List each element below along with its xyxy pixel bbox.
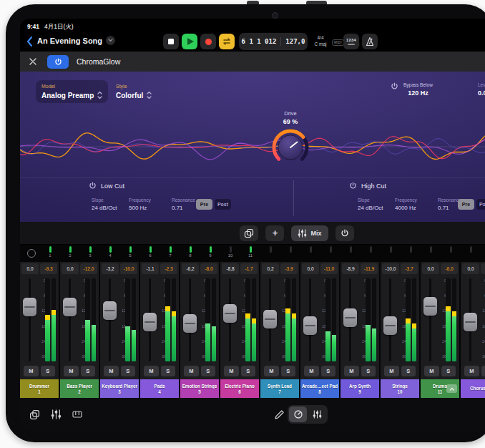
faders-view-button[interactable] <box>308 406 326 422</box>
track-name-tab[interactable]: Arcade…eet Pad8 <box>300 379 339 398</box>
overview-track-slot[interactable]: 9 <box>200 245 220 262</box>
overview-track-slot[interactable]: 1 <box>40 245 60 262</box>
channel-gain-value[interactable]: 0,2 <box>262 263 279 274</box>
song-dropdown-button[interactable] <box>106 36 115 45</box>
overview-track-slot[interactable] <box>441 245 461 262</box>
duplicate-button[interactable] <box>240 225 258 241</box>
solo-button[interactable]: S <box>361 366 376 376</box>
mixer-view-button[interactable] <box>49 407 63 422</box>
mute-button[interactable]: M <box>144 366 159 376</box>
fader-handle[interactable] <box>263 310 277 328</box>
overview-track-slot[interactable]: 4 <box>100 245 120 262</box>
metronome-button[interactable] <box>362 34 378 49</box>
channel-peak-value[interactable]: -3,9 <box>280 263 298 274</box>
channel-gain-value[interactable]: 0,0 <box>62 263 79 274</box>
overview-track-slot[interactable]: 5 <box>120 245 140 262</box>
low-cut-post-button[interactable]: Post <box>215 199 231 210</box>
mute-button[interactable]: M <box>24 366 39 376</box>
overview-track-slot[interactable]: 8 <box>180 245 200 262</box>
mute-button[interactable]: M <box>184 366 199 376</box>
track-name-tab[interactable]: Electric Piano6 <box>220 379 259 398</box>
fader-handle[interactable] <box>383 316 397 335</box>
channel-gain-value[interactable]: -3,2 <box>102 263 119 274</box>
track-overview-row[interactable]: 1234567891011 <box>20 245 485 263</box>
fader-handle[interactable] <box>423 297 437 316</box>
solo-button[interactable]: S <box>121 366 136 376</box>
overview-track-slot[interactable] <box>381 245 401 262</box>
solo-button[interactable]: S <box>241 366 256 376</box>
channel-peak-value[interactable]: -8,0 <box>200 263 217 274</box>
overview-track-slot[interactable]: 2 <box>60 245 80 262</box>
channel-peak-value[interactable]: -1,7 <box>240 263 258 274</box>
mix-button[interactable]: Mix <box>291 225 328 241</box>
fader-handle[interactable] <box>183 314 197 333</box>
track-name-tab[interactable]: Bass Player2 <box>60 379 99 398</box>
lcd-display[interactable]: 6 1 1 012 127,0 <box>239 33 308 50</box>
overview-track-slot[interactable] <box>401 245 421 262</box>
channel-gain-value[interactable]: 0,0 <box>302 263 319 274</box>
channel-gain-value[interactable]: 0,0 <box>422 263 439 274</box>
drive-knob[interactable] <box>270 127 310 167</box>
bypass-below-control[interactable]: Bypass Below 120 Hz <box>391 82 433 97</box>
close-plugin-button[interactable] <box>29 58 36 65</box>
fader-handle[interactable] <box>343 308 357 327</box>
time-signature-key[interactable]: 4/4 C maj <box>312 34 329 47</box>
overview-track-slot[interactable]: 6 <box>140 245 160 262</box>
channel-peak-value[interactable]: -2,3 <box>160 263 177 274</box>
high-cut-frequency[interactable]: Frequency 4000 Hz <box>395 198 417 211</box>
fader-handle[interactable] <box>223 304 237 323</box>
overview-track-slot[interactable] <box>280 245 300 262</box>
mute-button[interactable]: M <box>424 366 439 376</box>
overview-track-slot[interactable]: 3 <box>80 245 100 262</box>
solo-button[interactable]: S <box>321 366 336 376</box>
low-cut-slope[interactable]: Slope 24 dB/Oct <box>92 198 117 211</box>
mute-button[interactable]: M <box>104 366 119 376</box>
solo-button[interactable]: S <box>81 366 96 376</box>
mixer-power-button[interactable] <box>335 225 354 241</box>
level-control[interactable]: Level 0.0 <box>478 82 485 97</box>
channel-gain-value[interactable]: -8,9 <box>342 263 359 274</box>
fader-handle[interactable] <box>103 301 117 320</box>
solo-button[interactable]: S <box>441 366 456 376</box>
library-button[interactable] <box>27 407 41 422</box>
fader-handle[interactable] <box>143 313 157 331</box>
low-cut-pre-button[interactable]: Pre <box>196 199 212 210</box>
fader-handle[interactable] <box>464 313 477 331</box>
overview-track-slot[interactable]: 7 <box>160 245 180 262</box>
low-cut-resonance[interactable]: Resonance 0.71 <box>172 198 195 211</box>
fader-handle[interactable] <box>23 298 36 316</box>
high-cut-pre-button[interactable]: Pre <box>458 199 474 210</box>
mute-button[interactable]: M <box>384 366 399 376</box>
solo-button[interactable]: S <box>481 366 485 376</box>
overview-track-slot[interactable] <box>341 245 361 262</box>
overview-track-slot[interactable]: 11 <box>240 245 260 262</box>
channel-peak-value[interactable] <box>481 263 485 274</box>
mute-button[interactable]: M <box>464 366 479 376</box>
channel-gain-value[interactable]: -8,8 <box>222 263 239 274</box>
overview-track-slot[interactable] <box>461 245 481 262</box>
channel-peak-value[interactable]: -10,0 <box>120 263 137 274</box>
channel-peak-value[interactable]: -11,0 <box>320 263 338 274</box>
stop-button[interactable] <box>163 34 179 49</box>
fader-handle[interactable] <box>303 316 317 335</box>
track-name-tab[interactable]: Strings10 <box>381 379 419 398</box>
mute-button[interactable]: M <box>224 366 239 376</box>
channel-gain-value[interactable]: -10,0 <box>382 263 399 274</box>
mute-button[interactable]: M <box>64 366 79 376</box>
solo-button[interactable]: S <box>401 366 416 376</box>
overview-track-slot[interactable] <box>260 245 280 262</box>
overview-track-slot[interactable]: 10 <box>220 245 240 262</box>
play-button[interactable] <box>182 34 197 49</box>
track-name-tab[interactable]: Drums11 <box>421 379 459 398</box>
solo-button[interactable]: S <box>41 366 56 376</box>
track-name-tab[interactable]: Synth Lead7 <box>260 379 299 398</box>
mute-button[interactable]: M <box>304 366 319 376</box>
track-name-tab[interactable]: Chorus V <box>461 379 485 398</box>
fader-handle[interactable] <box>63 298 77 316</box>
solo-button[interactable]: S <box>161 366 176 376</box>
overview-track-slot[interactable] <box>300 245 320 262</box>
channel-gain-value[interactable]: 0,0 <box>21 263 39 274</box>
plugin-power-button[interactable] <box>47 55 69 69</box>
high-cut-post-button[interactable]: Post <box>476 199 485 210</box>
power-icon[interactable] <box>349 182 357 190</box>
